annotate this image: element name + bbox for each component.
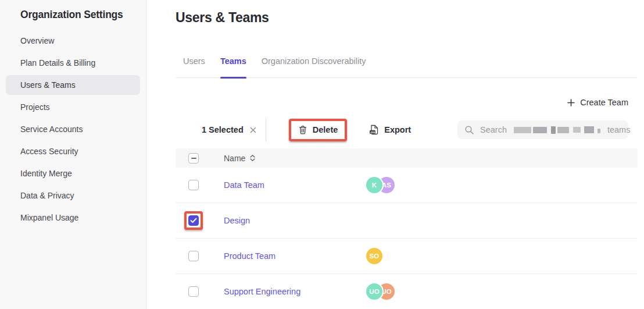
search-input[interactable]: Search teams [457, 120, 628, 139]
name-column-label: Name [224, 154, 245, 163]
svg-text:csv: csv [371, 131, 375, 134]
tab-teams[interactable]: Teams [220, 56, 246, 77]
sidebar-item-access-security[interactable]: Access Security [6, 141, 140, 161]
row-checkbox-product-team[interactable] [188, 251, 199, 261]
sidebar-nav: Overview Plan Details & Billing Users & … [0, 31, 146, 228]
avatar-group: SO [366, 248, 382, 264]
sidebar-item-data-privacy[interactable]: Data & Privacy [6, 186, 140, 205]
table-row-support-engineering: Support Engineering UO UO [176, 274, 638, 309]
team-link-design[interactable]: Design [224, 216, 250, 225]
x-icon [250, 127, 256, 133]
search-icon [464, 125, 474, 135]
redacted-text-blocks [514, 126, 600, 134]
row-checkbox-design[interactable] [188, 215, 199, 226]
tab-users[interactable]: Users [183, 56, 205, 77]
plus-icon [567, 99, 575, 106]
avatar-group: K AS [366, 177, 395, 193]
selection-status: 1 Selected [202, 125, 256, 134]
team-link-support-engineering[interactable]: Support Engineering [224, 287, 300, 296]
sidebar-item-service-accounts[interactable]: Service Accounts [6, 119, 140, 139]
row-checkbox-support-engineering[interactable] [188, 286, 199, 297]
sidebar-title: Organization Settings [20, 7, 146, 22]
name-column-header[interactable]: Name [224, 154, 255, 163]
tab-organization-discoverability[interactable]: Organization Discoverability [262, 56, 366, 77]
sidebar: Organization Settings Overview Plan Deta… [0, 0, 146, 309]
table-header-row: Name [176, 148, 638, 168]
sidebar-item-overview[interactable]: Overview [6, 31, 140, 51]
delete-button-label: Delete [313, 125, 338, 134]
select-all-checkbox[interactable] [188, 153, 199, 164]
delete-annotation-box: Delete [289, 119, 348, 141]
sidebar-item-identity-merge[interactable]: Identity Merge [6, 164, 140, 183]
team-link-data-team[interactable]: Data Team [224, 180, 264, 190]
bulk-actions-toolbar: 1 Selected Delete [176, 118, 638, 141]
clear-selection-button[interactable] [250, 127, 256, 133]
export-button[interactable]: csv Export [362, 121, 418, 139]
page-title: Users & Teams [176, 8, 638, 27]
trash-icon [298, 125, 307, 135]
sidebar-item-plan-details-billing[interactable]: Plan Details & Billing [6, 53, 140, 73]
row-checkbox-data-team[interactable] [188, 180, 199, 190]
check-icon [190, 218, 197, 223]
sort-icon [250, 155, 255, 161]
csv-file-icon: csv [369, 125, 379, 135]
sidebar-item-mixpanel-usage[interactable]: Mixpanel Usage [6, 208, 140, 228]
search-placeholder-prefix: Search [480, 125, 507, 134]
team-link-product-team[interactable]: Product Team [224, 251, 276, 261]
selected-count: 1 Selected [202, 125, 244, 134]
main-content: Users & Teams Users Teams Organization D… [146, 0, 644, 309]
organization-settings-page: Organization Settings Overview Plan Deta… [0, 0, 644, 309]
sidebar-item-projects[interactable]: Projects [6, 97, 140, 117]
avatar: K [366, 177, 382, 193]
tab-bar: Users Teams Organization Discoverability [176, 56, 638, 78]
table-row-design: Design [176, 203, 638, 239]
delete-button[interactable]: Delete [291, 121, 345, 139]
teams-table: Name Data Team K AS [176, 148, 638, 309]
table-row-product-team: Product Team SO [176, 239, 638, 274]
create-team-row: Create Team [176, 94, 638, 111]
table-row-data-team: Data Team K AS [176, 168, 638, 203]
avatar: UO [366, 283, 382, 300]
search-placeholder-suffix: teams [607, 125, 631, 134]
toolbar-divider [266, 118, 266, 141]
export-button-label: Export [384, 125, 411, 134]
checkbox-annotation-box [184, 211, 203, 230]
avatar-group: UO UO [366, 283, 395, 300]
sidebar-item-users-teams[interactable]: Users & Teams [6, 75, 140, 95]
avatar: SO [366, 248, 382, 264]
create-team-label: Create Team [580, 98, 628, 107]
create-team-button[interactable]: Create Team [567, 94, 628, 111]
